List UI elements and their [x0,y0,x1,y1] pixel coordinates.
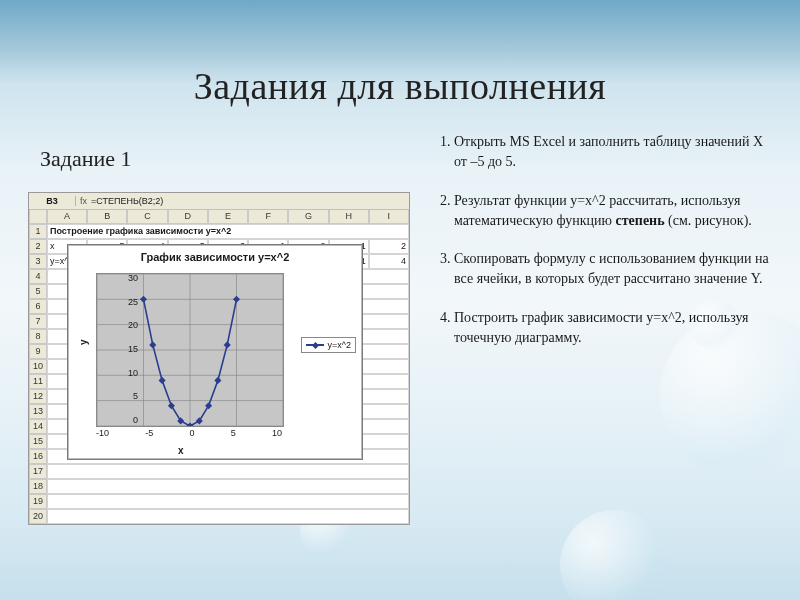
svg-rect-18 [196,417,203,424]
legend-swatch-icon [306,344,324,346]
sheet-title: Построение графика зависимости y=x^2 [47,224,409,239]
svg-rect-19 [205,402,212,409]
x-axis-label: x [178,445,184,456]
y-ticks: 3025 2015 105 0 [128,273,138,425]
task-subtitle: Задание 1 [40,146,132,172]
svg-rect-15 [168,402,175,409]
chart-legend: y=x^2 [301,337,356,353]
instruction-item: Открыть MS Excel и заполнить таблицу зна… [454,132,772,173]
name-box: B3 [29,196,76,206]
svg-rect-16 [177,417,184,424]
excel-body: 1 Построение графика зависимости y=x^2 2… [29,224,409,524]
y-axis-label: y [78,339,89,345]
embedded-chart: График зависимости y=x^2 y x [67,244,363,460]
instruction-item: Результат функции y=x^2 рассчитать, испо… [454,191,772,232]
svg-rect-13 [149,341,156,348]
svg-rect-20 [214,377,221,384]
instruction-item: Скопировать формулу с использованием фун… [454,249,772,290]
chart-title: График зависимости y=x^2 [68,251,362,263]
column-headers: AB CD EF GH I [29,210,409,224]
fx-icon: fx [76,196,91,206]
excel-screenshot: B3 fx =СТЕПЕНЬ(B2;2) AB CD EF GH I 1 Пос… [28,192,410,525]
svg-rect-14 [159,377,166,384]
svg-rect-12 [140,296,147,303]
svg-rect-21 [224,341,231,348]
formula-text: =СТЕПЕНЬ(B2;2) [91,196,163,206]
formula-bar: B3 fx =СТЕПЕНЬ(B2;2) [29,193,409,210]
instruction-item: Построить график зависимости y=x^2, испо… [454,308,772,349]
svg-rect-22 [233,296,240,303]
plot-area [96,273,284,427]
instructions-list: Открыть MS Excel и заполнить таблицу зна… [432,132,772,366]
x-ticks: -10-5 05 10 [96,428,282,438]
page-title: Задания для выполнения [0,64,800,108]
